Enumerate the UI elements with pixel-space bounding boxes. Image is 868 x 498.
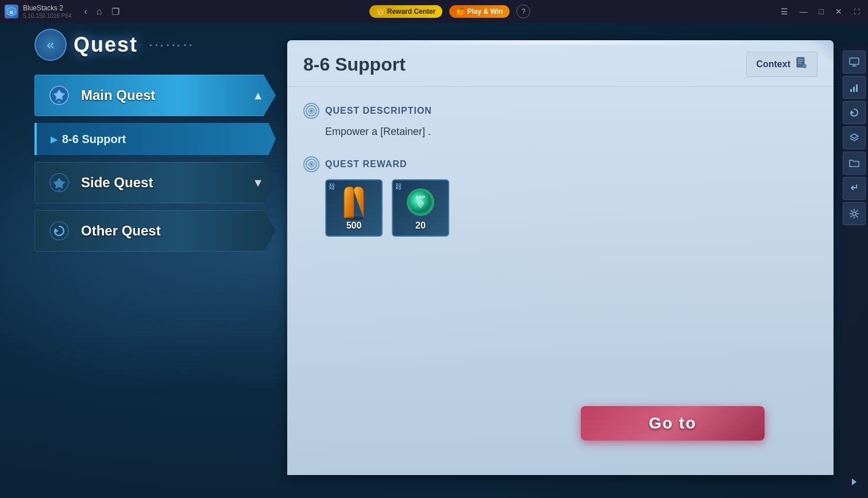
back-arrow-icon: « <box>47 37 54 53</box>
svg-text:EXP: EXP <box>416 195 426 200</box>
dot1: ● <box>149 43 152 48</box>
description-section-title: QUEST DESCRIPTION <box>325 106 432 116</box>
context-label: Context <box>756 59 790 70</box>
quest-panel-header: 8-6 Support Context <box>287 40 834 87</box>
help-btn[interactable]: ? <box>516 5 530 18</box>
titlebar-right: ☰ — □ ✕ ⛶ <box>777 6 863 17</box>
context-btn[interactable]: Context <box>746 52 817 77</box>
quest-86-support-label: 8-6 Support <box>62 133 126 146</box>
close-btn[interactable]: ✕ <box>832 6 846 17</box>
reward-gold-item: ⛓ <box>325 179 383 237</box>
home-nav-btn[interactable]: ⌂ <box>93 5 106 18</box>
main-content: « Quest ● ● ◆ ● ● ◆ ● ● Main Quest <box>0 23 868 498</box>
diamond1: ◆ <box>160 43 164 47</box>
reward-exp-item: ⛓ <box>392 179 449 237</box>
right-sidebar-return-btn[interactable] <box>843 177 866 200</box>
reward-section-icon <box>303 156 319 172</box>
minimize-btn[interactable]: — <box>796 6 811 17</box>
play-win-label: Play & Win <box>467 7 503 16</box>
other-quest-label: Other Quest <box>81 223 264 239</box>
reward-exp-icon-area: EXP <box>393 180 448 224</box>
quest-back-btn[interactable]: « <box>34 29 67 61</box>
other-quest-btn[interactable]: Other Quest <box>34 210 276 252</box>
quest-panel: 8-6 Support Context <box>287 40 834 475</box>
maximize-btn[interactable]: □ <box>816 6 827 17</box>
quest-title: Quest <box>74 33 138 57</box>
right-sidebar-settings-btn[interactable] <box>843 202 866 225</box>
side-quest-icon <box>47 170 72 195</box>
reward-exp-amount: 20 <box>415 221 426 231</box>
goto-btn-label: Go to <box>649 414 696 432</box>
play-win-btn[interactable]: 🍊 Play & Win <box>449 5 510 18</box>
copy-nav-btn[interactable]: ❐ <box>108 5 123 18</box>
right-sidebar-collapse-btn[interactable] <box>847 470 861 493</box>
svg-rect-25 <box>850 58 859 64</box>
panel-corner <box>811 40 834 63</box>
main-quest-label: Main Quest <box>81 87 243 103</box>
other-quest-icon <box>47 218 72 244</box>
quest-reward-header: QUEST REWARD <box>303 156 817 172</box>
description-section-icon <box>303 103 319 119</box>
panel-top-edge <box>287 40 834 45</box>
quest-panel-body: QUEST DESCRIPTION Empower a [Retainer] .… <box>287 87 834 271</box>
svg-marker-34 <box>852 478 857 485</box>
reward-crown-icon: 👑 <box>376 7 385 16</box>
titlebar: B BlueStacks 2 5.10.150.1016 P64 ‹ ⌂ ❐ 👑… <box>0 0 868 23</box>
svg-rect-29 <box>853 87 855 92</box>
dot5: ● <box>183 43 186 48</box>
quest-description-header: QUEST DESCRIPTION <box>303 103 817 119</box>
dot2: ● <box>155 43 158 48</box>
quest-description-section: QUEST DESCRIPTION Empower a [Retainer] . <box>303 103 817 138</box>
reward-center-label: Reward Center <box>387 7 436 16</box>
svg-rect-11 <box>798 59 803 60</box>
dot4: ● <box>172 43 175 48</box>
main-quest-btn[interactable]: Main Quest ▲ <box>34 75 276 116</box>
app-version: 5.10.150.1016 P64 <box>23 13 72 19</box>
titlebar-left: B BlueStacks 2 5.10.150.1016 P64 ‹ ⌂ ❐ <box>5 4 123 19</box>
app-name: BlueStacks 2 <box>23 4 72 12</box>
right-sidebar-folder-btn[interactable] <box>843 152 866 175</box>
sub-arrow-icon: ▶ <box>51 134 57 145</box>
context-doc-icon <box>795 57 808 72</box>
svg-marker-31 <box>851 110 854 114</box>
svg-point-18 <box>310 110 313 112</box>
svg-marker-32 <box>850 134 858 138</box>
right-sidebar-layers-btn[interactable] <box>843 126 866 149</box>
dot6: ● <box>189 43 192 48</box>
quest-description-text: Empower a [Retainer] . <box>303 126 817 138</box>
svg-point-21 <box>310 163 313 165</box>
svg-point-33 <box>852 212 856 215</box>
dot3: ● <box>167 43 169 48</box>
main-quest-arrow: ▲ <box>252 89 264 102</box>
reward-gold-amount: 500 <box>346 221 362 231</box>
svg-text:B: B <box>10 10 13 15</box>
svg-rect-30 <box>856 84 858 92</box>
right-sidebar-refresh-btn[interactable] <box>843 101 866 124</box>
side-quest-label: Side Quest <box>81 175 243 191</box>
fullscreen-btn[interactable]: ⛶ <box>850 7 863 16</box>
right-sidebar-chart-btn[interactable] <box>843 76 866 99</box>
quest-reward-section: QUEST REWARD ⛓ <box>303 156 817 237</box>
quest-rewards-container: ⛓ <box>303 179 817 237</box>
diamond2: ◆ <box>177 43 182 47</box>
reward-center-btn[interactable]: 👑 Reward Center <box>369 5 443 18</box>
svg-rect-28 <box>850 89 852 92</box>
quest-86-support-btn[interactable]: ▶ 8-6 Support <box>34 123 276 155</box>
back-nav-btn[interactable]: ‹ <box>81 5 91 18</box>
main-quest-icon <box>47 83 72 108</box>
svg-rect-13 <box>798 63 801 64</box>
side-quest-arrow: ▼ <box>252 176 264 190</box>
side-quest-btn[interactable]: Side Quest ▼ <box>34 162 276 203</box>
app-logo: B <box>5 5 18 18</box>
quest-sidebar: Main Quest ▲ ▶ 8-6 Support Side Quest ▼ <box>34 75 276 252</box>
reward-exp-icon: EXP <box>407 188 434 216</box>
svg-point-8 <box>50 222 68 240</box>
title-decorations: ● ● ◆ ● ● ◆ ● ● <box>149 43 192 48</box>
quest-header: « Quest ● ● ◆ ● ● ◆ ● ● <box>34 29 192 61</box>
right-sidebar <box>840 46 868 498</box>
reward-gold-icon-area <box>326 180 381 224</box>
titlebar-center: 👑 Reward Center 🍊 Play & Win ? <box>369 5 531 18</box>
menu-btn[interactable]: ☰ <box>777 6 792 17</box>
right-sidebar-monitor-btn[interactable] <box>843 51 866 74</box>
goto-btn[interactable]: Go to <box>581 406 765 441</box>
